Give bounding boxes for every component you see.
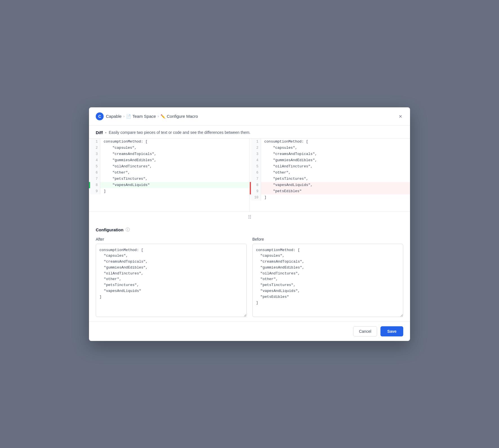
diff-line-number: 5 [251,163,261,170]
diff-line: 9] [89,188,249,194]
diff-line: 7 "petsTinctures", [89,176,249,182]
diff-line-number: 6 [251,170,261,176]
diff-line-content: "oilAndTinctures", [100,163,249,170]
diff-line-content: "other", [261,170,410,176]
diff-line-content: "creamsAndTopicals", [100,151,249,157]
diff-line: 5 "oilAndTinctures", [89,163,249,170]
modal-overlay: C Capable › 📄 Team Space › ✏️ Configure … [0,0,499,448]
diff-line: 8 "vapesAndLiquids", [250,182,410,188]
diff-line-content: "petsEdibles" [261,188,410,194]
diff-line: 9 "petsEdibles" [250,188,410,194]
diff-line-number: 3 [90,151,100,157]
diff-line-content: "gummiesAndEdibles", [100,157,249,163]
breadcrumb-capable[interactable]: Capable [106,114,122,119]
diff-line-number: 1 [90,139,100,145]
diff-line-number: 4 [90,157,100,163]
drag-handle-icon[interactable]: ⠿ [248,214,251,220]
diff-line-number: 9 [251,188,261,194]
diff-line: 4 "gummiesAndEdibles", [250,157,410,163]
save-button[interactable]: Save [380,326,403,336]
pencil-icon: ✏️ [161,114,165,119]
diff-line: 3 "creamsAndTopicals", [89,151,249,157]
diff-line-number: 10 [251,194,261,201]
diff-line-number: 7 [90,176,100,182]
config-panel-after: After [96,237,247,317]
breadcrumb-sep-1: › [123,114,124,118]
breadcrumb-teamspace[interactable]: 📄 Team Space [126,114,156,119]
diff-line: 2 "capsules", [250,145,410,151]
before-textarea[interactable] [252,244,403,317]
diff-line: 7 "petsTinctures", [250,176,410,182]
diff-line: 2 "capsules", [89,145,249,151]
breadcrumb-sep-2: › [158,114,159,118]
drag-handle-row: ⠿ [89,212,410,223]
diff-line-number: 8 [251,182,261,188]
modal-footer: Cancel Save [89,321,410,341]
breadcrumb-teamspace-label: Team Space [132,114,156,119]
diff-line-number: 2 [251,145,261,151]
diff-panel-right: 1consumptionMethod: [2 "capsules",3 "cre… [250,139,410,212]
diff-line-number: 1 [251,139,261,145]
diff-line: 8 "vapesAndLiquids" [89,182,249,188]
config-panel-before: Before [252,237,403,317]
after-label: After [96,237,247,241]
diff-line-content: "petsTinctures", [261,176,410,182]
config-section: Configuration ⓘ After Before [89,223,410,321]
breadcrumb-configure-macro-label: Configure Macro [167,114,198,119]
config-panels: After Before [96,237,403,317]
diff-line-number: 4 [251,157,261,163]
diff-line: 4 "gummiesAndEdibles", [89,157,249,163]
diff-description: Easily compare two pieces of text or cod… [109,130,250,135]
diff-line: 5 "oilAndTinctures", [250,163,410,170]
modal-header: C Capable › 📄 Team Space › ✏️ Configure … [89,107,410,126]
diff-line-content: consumptionMethod: [ [261,139,410,145]
diff-panel-left: 1consumptionMethod: [2 "capsules",3 "cre… [89,139,250,212]
diff-line-content: "oilAndTinctures", [261,163,410,170]
diff-line: 1consumptionMethod: [ [89,139,249,145]
help-icon[interactable]: ⓘ [126,227,130,232]
diff-line-content: ] [261,194,410,201]
close-button[interactable]: × [398,112,403,120]
diff-line-number: 6 [90,170,100,176]
diff-line-number: 5 [90,163,100,170]
breadcrumb: Capable › 📄 Team Space › ✏️ Configure Ma… [106,114,198,119]
diff-line-content: "petsTinctures", [100,176,249,182]
diff-line: 3 "creamsAndTopicals", [250,151,410,157]
diff-line-content: "other", [100,170,249,176]
diff-line-content: "gummiesAndEdibles", [261,157,410,163]
diff-line-number: 2 [90,145,100,151]
modal: C Capable › 📄 Team Space › ✏️ Configure … [89,107,410,341]
breadcrumb-configure-macro[interactable]: ✏️ Configure Macro [161,114,198,119]
diff-line-number: 3 [251,151,261,157]
diff-line: 6 "other", [250,170,410,176]
diff-dot: • [105,130,106,135]
capable-logo: C [96,112,104,120]
diff-line-content: "capsules", [261,145,410,151]
config-title: Configuration [96,227,123,232]
diff-viewer: 1consumptionMethod: [2 "capsules",3 "cre… [89,139,410,212]
cancel-button[interactable]: Cancel [353,326,377,336]
diff-line-content: ] [100,188,249,194]
diff-line: 6 "other", [89,170,249,176]
diff-line-number: 9 [90,188,100,194]
diff-line-content: "vapesAndLiquids", [261,182,410,188]
page-icon: 📄 [126,114,131,119]
diff-line-content: "creamsAndTopicals", [261,151,410,157]
before-label: Before [252,237,403,241]
after-textarea[interactable] [96,244,247,317]
diff-line: 10] [250,194,410,201]
diff-line-content: consumptionMethod: [ [100,139,249,145]
diff-title: Diff [96,130,103,135]
diff-titlebar: Diff • Easily compare two pieces of text… [89,126,410,139]
diff-line-number: 8 [90,182,100,188]
diff-line-content: "capsules", [100,145,249,151]
diff-line: 1consumptionMethod: [ [250,139,410,145]
diff-line-content: "vapesAndLiquids" [100,182,249,188]
diff-line-number: 7 [251,176,261,182]
